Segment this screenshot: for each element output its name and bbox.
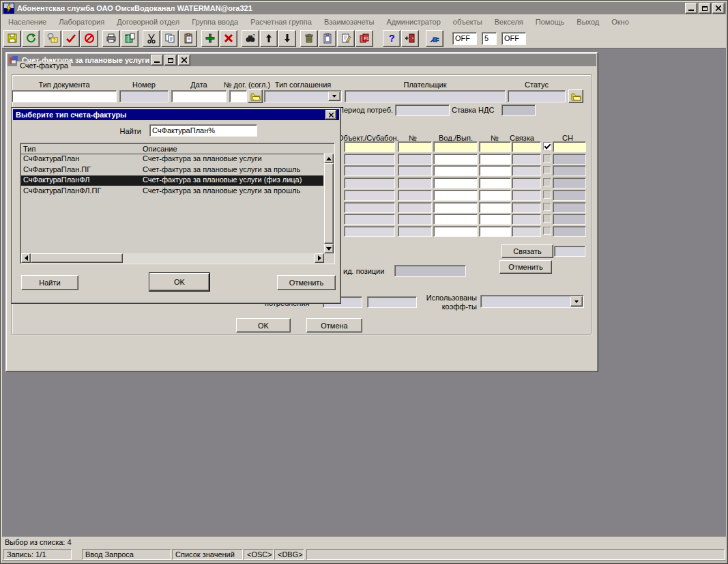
execute-query-button[interactable] xyxy=(62,30,80,47)
menu-item[interactable]: Векселя xyxy=(489,16,529,27)
exit-button[interactable] xyxy=(401,30,419,47)
toolbar-toggle-left[interactable] xyxy=(452,32,477,45)
grid-cell[interactable] xyxy=(344,141,395,152)
grid-cell[interactable] xyxy=(344,178,395,188)
link-checkbox[interactable] xyxy=(543,203,551,211)
scroll-left-button[interactable] xyxy=(21,253,31,263)
grid-cell[interactable] xyxy=(398,178,432,188)
edit-button[interactable] xyxy=(337,30,355,47)
grid-cell-sn[interactable] xyxy=(553,178,586,188)
maximize-button[interactable] xyxy=(699,3,711,14)
lov-vscrollbar[interactable] xyxy=(324,154,334,253)
link-button[interactable]: Связать xyxy=(501,244,553,258)
lov-ok-button[interactable]: OK xyxy=(149,273,209,291)
export-excel-button[interactable] xyxy=(121,30,139,47)
copy-button[interactable] xyxy=(161,30,179,47)
agreement-type-combo[interactable] xyxy=(264,90,342,102)
menu-item[interactable]: Лаборатория xyxy=(53,16,111,27)
vat-field[interactable] xyxy=(501,104,536,116)
grid-cell[interactable] xyxy=(479,141,511,152)
child-maximize-button[interactable] xyxy=(164,55,177,66)
lov-close-button[interactable] xyxy=(325,110,336,119)
combo-dropdown-button[interactable] xyxy=(328,91,340,101)
grid-cell[interactable] xyxy=(344,226,395,237)
menu-item[interactable]: Договорной отдел xyxy=(111,16,186,27)
grid-cell[interactable] xyxy=(512,190,541,201)
lov-hscrollbar[interactable] xyxy=(21,253,324,263)
menu-item[interactable]: Расчетная группа xyxy=(244,16,318,27)
save-button[interactable] xyxy=(3,30,21,47)
scroll-right-button[interactable] xyxy=(315,253,324,263)
menu-item[interactable]: Администратор xyxy=(380,16,446,27)
link-checkbox[interactable] xyxy=(543,191,551,199)
grid-cell[interactable] xyxy=(479,226,511,237)
grid-cell-sn[interactable] xyxy=(553,226,586,237)
link-checkbox[interactable] xyxy=(543,142,551,150)
next-record-button[interactable] xyxy=(278,30,296,47)
help-button[interactable]: ? xyxy=(383,30,401,47)
grid-cell[interactable] xyxy=(398,214,432,225)
grid-cell[interactable] xyxy=(433,141,478,152)
grid-cell[interactable] xyxy=(398,202,432,213)
link-checkbox[interactable] xyxy=(543,227,551,235)
grid-cell-sn[interactable] xyxy=(553,202,586,213)
find-button[interactable]: ? xyxy=(242,30,259,47)
grid-cell[interactable] xyxy=(512,141,541,152)
menu-item[interactable]: Окно xyxy=(605,16,635,27)
link-checkbox[interactable] xyxy=(543,178,551,186)
grid-cell[interactable] xyxy=(512,226,541,237)
grid-cell[interactable] xyxy=(398,226,432,237)
grid-cell[interactable] xyxy=(433,214,478,225)
clipboard-button[interactable] xyxy=(319,30,336,47)
grid-cell[interactable] xyxy=(344,190,395,201)
grid-cell[interactable] xyxy=(398,165,432,176)
delete-record-button[interactable] xyxy=(220,30,237,47)
link-checkbox[interactable] xyxy=(543,214,551,223)
menu-item[interactable]: объекты xyxy=(447,16,489,27)
doc-type-field[interactable] xyxy=(12,90,117,102)
connect-button[interactable] xyxy=(426,30,443,47)
menu-item[interactable]: Выход xyxy=(570,16,605,27)
lov-find-button[interactable]: Найти xyxy=(21,275,78,290)
link-field[interactable] xyxy=(554,246,585,257)
combo-dropdown-button[interactable] xyxy=(570,296,583,307)
coeffs-combo[interactable] xyxy=(480,295,584,308)
grid-cell[interactable] xyxy=(344,202,395,213)
number-field[interactable] xyxy=(119,90,169,102)
cut-button[interactable] xyxy=(143,30,160,47)
child-minimize-button[interactable] xyxy=(151,55,163,66)
grid-cell[interactable] xyxy=(512,202,541,213)
grid-cell[interactable] xyxy=(479,202,511,213)
menu-item[interactable]: Группа ввода xyxy=(186,16,244,27)
grid-cell[interactable] xyxy=(433,226,478,237)
lov-find-input[interactable] xyxy=(149,124,257,137)
lov-row[interactable]: СчФактураПланФЛ.ПГСчет-фактура за планов… xyxy=(21,186,323,197)
grid-cell[interactable] xyxy=(344,214,395,225)
lov-row[interactable]: СчФактураПланСчет-фактура за плановые ус… xyxy=(21,154,323,165)
rollback-button[interactable] xyxy=(22,30,40,47)
grid-cell[interactable] xyxy=(433,165,478,176)
paste-button[interactable] xyxy=(179,30,197,47)
form-cancel-button[interactable]: Отмена xyxy=(306,318,362,333)
grid-cell[interactable] xyxy=(433,178,478,188)
child-close-button[interactable] xyxy=(178,55,190,66)
toolbar-toggle-right[interactable] xyxy=(501,32,526,45)
grid-cell-sn[interactable] xyxy=(553,190,586,201)
link-checkbox[interactable] xyxy=(543,166,551,174)
contract-field[interactable] xyxy=(229,90,247,102)
keys-help-button[interactable]: F1 xyxy=(355,30,373,47)
grid-cell[interactable] xyxy=(512,154,541,165)
grid-cell-sn[interactable] xyxy=(553,165,586,176)
menu-item[interactable]: Население xyxy=(2,16,53,27)
grid-cell[interactable] xyxy=(344,154,395,165)
toolbar-counter[interactable] xyxy=(482,32,497,45)
grid-cell-sn[interactable] xyxy=(553,214,586,225)
lov-cancel-button[interactable]: Отменить xyxy=(277,275,336,290)
grid-cell[interactable] xyxy=(512,165,541,176)
print-button[interactable] xyxy=(102,30,120,47)
position-id-field[interactable] xyxy=(394,265,466,277)
grid-cell[interactable] xyxy=(398,190,432,201)
grid-cell-sn[interactable] xyxy=(553,154,586,165)
scroll-down-button[interactable] xyxy=(324,244,334,253)
status-lov-button[interactable] xyxy=(568,89,583,103)
